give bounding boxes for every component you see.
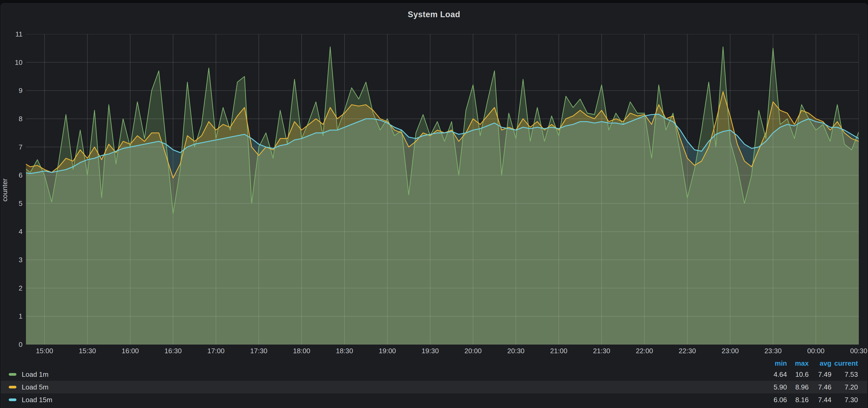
stat-max: 8.96: [787, 383, 809, 391]
y-tick-label: 4: [1, 227, 23, 236]
panel-title[interactable]: System Load: [1, 10, 867, 19]
x-tick-label: 00:30: [840, 347, 868, 355]
y-tick-label: 0: [1, 340, 23, 349]
x-tick-label: 16:30: [155, 347, 192, 355]
stat-avg: 7.46: [809, 383, 832, 391]
series-color-swatch-yellow: [9, 386, 17, 388]
x-tick-label: 20:30: [497, 347, 534, 355]
y-tick-label: 2: [1, 284, 23, 293]
x-tick-label: 22:30: [669, 347, 706, 355]
legend-series-toggle[interactable]: Load 15m: [9, 396, 763, 404]
legend-sort-max[interactable]: max: [787, 359, 809, 368]
legend-series-toggle[interactable]: Load 1m: [9, 370, 763, 379]
y-tick-label: 8: [1, 114, 23, 123]
y-tick-label: 10: [1, 58, 23, 67]
x-tick-label: 19:30: [412, 347, 449, 355]
x-tick-label: 00:00: [797, 347, 834, 355]
legend-header-row: min max avg current: [1, 359, 867, 368]
legend-sort-avg[interactable]: avg: [809, 359, 832, 368]
legend-row-load-15m[interactable]: Load 15m 6.06 8.16 7.44 7.30: [1, 394, 867, 406]
grafana-panel-view: System Load counter 01234567891011 15:00…: [0, 0, 868, 408]
x-tick-label: 21:30: [583, 347, 620, 355]
series-label: Load 15m: [22, 396, 53, 404]
x-tick-label: 23:30: [754, 347, 792, 355]
x-tick-label: 22:00: [626, 347, 663, 355]
legend-row-load-5m[interactable]: Load 5m 5.90 8.96 7.46 7.20: [1, 381, 867, 394]
x-tick-label: 16:00: [112, 347, 149, 355]
x-tick-label: 17:30: [240, 347, 277, 355]
stat-avg: 7.49: [809, 370, 832, 379]
plot-area[interactable]: [26, 34, 859, 344]
y-tick-label: 6: [1, 171, 23, 179]
stat-current: 7.53: [832, 370, 858, 379]
stat-current: 7.30: [832, 396, 858, 404]
x-tick-label: 15:00: [26, 347, 63, 355]
y-tick-label: 7: [1, 143, 23, 151]
stat-current: 7.20: [832, 383, 858, 391]
x-tick-label: 20:00: [455, 347, 492, 355]
stat-avg: 7.44: [809, 396, 832, 404]
legend: min max avg current Load 1m 4.64 10.6 7.…: [1, 359, 867, 406]
stat-min: 5.90: [763, 383, 787, 391]
legend-row-load-1m[interactable]: Load 1m 4.64 10.6 7.49 7.53: [1, 368, 867, 381]
x-tick-label: 15:30: [69, 347, 106, 355]
y-tick-label: 5: [1, 199, 23, 208]
y-tick-label: 9: [1, 86, 23, 95]
stat-min: 4.64: [763, 370, 787, 379]
graph-panel: System Load counter 01234567891011 15:00…: [1, 3, 867, 408]
legend-sort-min[interactable]: min: [763, 359, 787, 368]
series-label: Load 1m: [22, 370, 49, 379]
x-tick-label: 21:00: [540, 347, 577, 355]
stat-min: 6.06: [763, 396, 787, 404]
x-tick-label: 19:00: [369, 347, 406, 355]
x-tick-label: 18:00: [283, 347, 320, 355]
x-axis: 15:0015:3016:0016:3017:0017:3018:0018:30…: [26, 347, 859, 356]
series-label: Load 5m: [22, 383, 49, 391]
stat-max: 8.16: [787, 396, 809, 404]
x-tick-label: 17:00: [197, 347, 234, 355]
y-axis: 01234567891011: [1, 34, 23, 344]
legend-sort-current[interactable]: current: [832, 359, 858, 368]
chart-svg[interactable]: [26, 34, 859, 344]
series-color-swatch-green: [9, 373, 17, 376]
legend-series-toggle[interactable]: Load 5m: [9, 383, 763, 391]
y-tick-label: 11: [1, 30, 23, 38]
y-tick-label: 1: [1, 312, 23, 320]
x-tick-label: 23:00: [712, 347, 749, 355]
stat-max: 10.6: [787, 370, 809, 379]
x-tick-label: 18:30: [326, 347, 363, 355]
series-color-swatch-blue: [9, 399, 17, 401]
y-tick-label: 3: [1, 256, 23, 264]
